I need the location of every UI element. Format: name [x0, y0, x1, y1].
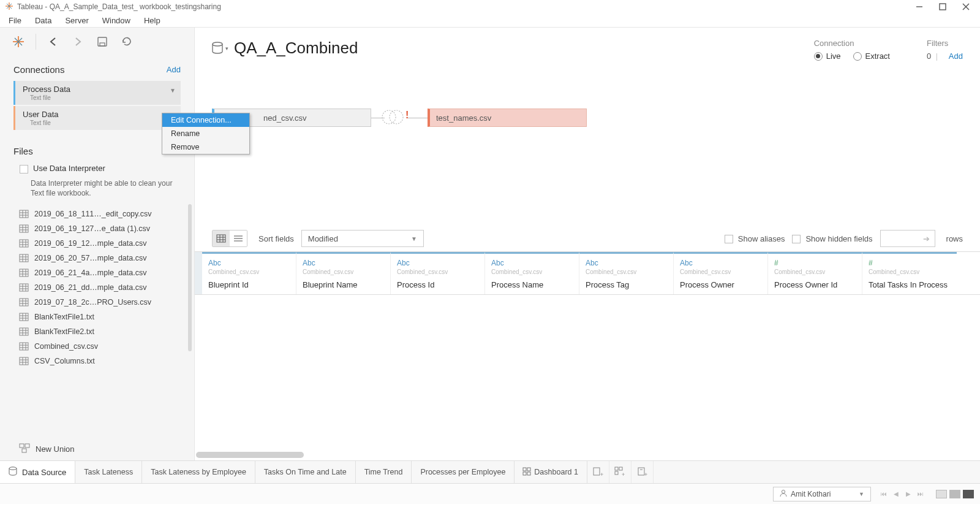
column-header[interactable]: AbcCombined_csv.csvProcess Name	[485, 252, 579, 294]
use-data-interpreter-checkbox[interactable]	[20, 165, 28, 173]
forward-button[interactable]	[69, 33, 86, 50]
view-mode-full-icon[interactable]	[963, 490, 974, 498]
connection-extract-radio[interactable]: Extract	[853, 51, 890, 61]
svg-rect-72	[25, 444, 29, 448]
new-union-button[interactable]: New Union	[0, 437, 194, 460]
context-menu-remove[interactable]: Remove	[162, 140, 249, 154]
file-item[interactable]: 2019_06_21_dd…mple_data.csv	[0, 280, 194, 295]
nav-next-button[interactable]: ▶	[903, 489, 914, 500]
show-aliases-checkbox[interactable]: Show aliases	[725, 234, 785, 243]
file-item[interactable]: 2019_06_19_12…mple_data.csv	[0, 236, 194, 251]
new-worksheet-button[interactable]: +	[587, 461, 609, 483]
nav-prev-button[interactable]: ◀	[891, 489, 902, 500]
rows-input[interactable]: ➔	[880, 230, 935, 247]
refresh-button[interactable]	[118, 33, 135, 50]
join-canvas[interactable]: ned_csv.csv ! test_names.csv	[195, 61, 980, 183]
column-name: Process Owner	[680, 280, 761, 289]
file-item[interactable]: 2019_06_18_111…_edit_copy.csv	[0, 207, 194, 221]
column-header[interactable]: AbcCombined_csv.csvBlueprint Name	[296, 252, 391, 294]
context-menu-rename[interactable]: Rename	[162, 127, 249, 140]
connection-live-radio[interactable]: Live	[814, 51, 841, 61]
add-filter-link[interactable]: Add	[949, 51, 963, 61]
view-mode-grid-icon[interactable]	[936, 490, 947, 498]
sheet-tab[interactable]: Processes per Employee	[412, 461, 514, 483]
file-item[interactable]: Combined_csv.csv	[0, 339, 194, 354]
canvas-table-right-label: test_names.csv	[436, 113, 491, 123]
sheet-tab[interactable]: Task Lateness by Employee	[142, 461, 255, 483]
maximize-button[interactable]	[938, 2, 947, 11]
menu-data[interactable]: Data	[35, 16, 51, 25]
canvas-table-left-label: ned_csv.csv	[263, 113, 307, 123]
connection-item-user-data[interactable]: User Data Text file	[13, 106, 181, 130]
column-name: Blueprint Name	[303, 280, 384, 289]
file-item[interactable]: BlankTextFile1.txt	[0, 310, 194, 324]
menu-window[interactable]: Window	[102, 16, 130, 25]
sheet-tab-label: Task Lateness	[84, 468, 133, 476]
table-icon	[20, 299, 28, 306]
context-menu-edit-connection[interactable]: Edit Connection...	[162, 113, 249, 127]
database-icon[interactable]: ▾	[212, 41, 225, 56]
view-mode-filmstrip-icon[interactable]	[949, 490, 960, 498]
list-view-button[interactable]	[230, 231, 247, 246]
dashboard-tab[interactable]: Dashboard 1	[514, 461, 587, 483]
svg-rect-16	[20, 210, 28, 218]
sort-fields-dropdown[interactable]: Modified ▼	[301, 230, 424, 247]
file-item[interactable]: 2019_06_21_4a…mple_data.csv	[0, 265, 194, 280]
grid-view-button[interactable]	[213, 231, 230, 246]
show-hidden-fields-checkbox[interactable]: Show hidden fields	[792, 234, 872, 243]
svg-rect-26	[20, 240, 28, 247]
show-hidden-label: Show hidden fields	[805, 234, 872, 243]
new-story-button[interactable]: +	[631, 461, 654, 483]
connection-name: Process Data	[23, 85, 175, 94]
back-button[interactable]	[45, 33, 62, 50]
minimize-button[interactable]	[915, 2, 924, 11]
column-header[interactable]: AbcCombined_csv.csvProcess Tag	[579, 252, 674, 294]
new-dashboard-button[interactable]: +	[609, 461, 631, 483]
column-header[interactable]: AbcCombined_csv.csvProcess Id	[391, 252, 485, 294]
canvas-table-right[interactable]: test_names.csv	[428, 109, 587, 127]
data-source-tab[interactable]: Data Source	[0, 461, 75, 483]
sheet-tab[interactable]: Task Lateness	[75, 461, 142, 483]
close-button[interactable]	[962, 2, 970, 11]
source-label: Combined_csv.csv	[208, 269, 290, 275]
table-icon	[20, 313, 28, 321]
nav-last-button[interactable]: ⏭	[915, 489, 926, 500]
join-icon[interactable]	[377, 106, 408, 128]
add-connection-link[interactable]: Add	[167, 65, 181, 74]
file-item[interactable]: 2019_06_19_127…e_data (1).csv	[0, 221, 194, 236]
file-item[interactable]: CSV_Columns.txt	[0, 354, 194, 368]
file-item[interactable]: BlankTextFile2.txt	[0, 324, 194, 339]
user-dropdown[interactable]: Amit Kothari ▼	[773, 487, 871, 501]
menu-file[interactable]: File	[9, 16, 21, 25]
sheet-tab[interactable]: Time Trend	[356, 461, 412, 483]
svg-rect-5	[940, 4, 946, 10]
file-name: BlankTextFile1.txt	[34, 313, 94, 321]
column-header[interactable]: #Combined_csv.csvTotal Tasks In Process	[862, 252, 957, 294]
filters-count: 0	[927, 51, 931, 61]
svg-rect-36	[20, 269, 28, 276]
column-header[interactable]: #Combined_csv.csvProcess Owner Id	[768, 252, 862, 294]
file-item[interactable]: 2019_06_20_57…mple_data.csv	[0, 251, 194, 265]
sheet-tab[interactable]: Tasks On Time and Late	[255, 461, 356, 483]
caret-down-icon[interactable]: ▼	[170, 87, 176, 94]
file-item[interactable]: 2019_07_18_2c…PRO_Users.csv	[0, 295, 194, 310]
svg-rect-71	[20, 444, 24, 448]
join-error-icon[interactable]: !	[405, 110, 409, 121]
svg-rect-12	[98, 37, 107, 46]
tableau-logo-icon[interactable]	[10, 33, 27, 50]
svg-point-74	[213, 42, 222, 46]
column-header[interactable]: AbcCombined_csv.csvBlueprint Id	[202, 252, 296, 294]
horizontal-scrollbar[interactable]	[196, 452, 304, 458]
files-scrollbar[interactable]	[188, 204, 192, 351]
connection-item-process-data[interactable]: Process Data Text file ▼	[13, 81, 181, 105]
column-name: Total Tasks In Process	[869, 280, 951, 289]
type-indicator: Abc	[491, 259, 573, 267]
column-header[interactable]: AbcCombined_csv.csvProcess Owner	[674, 252, 768, 294]
save-button[interactable]	[94, 33, 111, 50]
file-name: BlankTextFile2.txt	[34, 327, 94, 336]
datasource-title[interactable]: QA_A_Combined	[234, 39, 358, 58]
menu-help[interactable]: Help	[144, 16, 160, 25]
new-union-label: New Union	[36, 444, 75, 454]
nav-first-button[interactable]: ⏮	[878, 489, 889, 500]
menu-server[interactable]: Server	[65, 16, 88, 25]
